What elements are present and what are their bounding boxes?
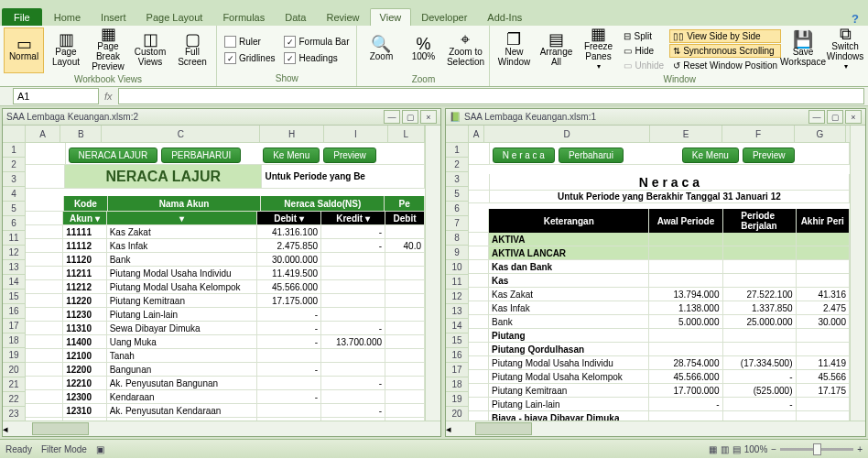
keterangan: Piutang Modal Usaha Individu: [489, 356, 650, 370]
full-screen-button[interactable]: ▢Full Screen: [172, 27, 212, 73]
split-button[interactable]: ⊟ Split: [620, 29, 667, 43]
synchronous-scrolling-button[interactable]: ⇅ Synchronous Scrolling: [669, 44, 781, 58]
save-workspace-button[interactable]: 💾Save Workspace: [783, 27, 823, 73]
unhide-button[interactable]: ▭ Unhide: [620, 59, 667, 72]
neraca-lajur-button[interactable]: NERACA LAJUR: [69, 148, 158, 163]
view-layout-icon[interactable]: ▥: [721, 444, 729, 454]
close-button[interactable]: ×: [420, 110, 437, 124]
title-neraca: N e r a c a: [490, 174, 850, 191]
kode-akun: 12100: [63, 349, 106, 363]
page-layout-button[interactable]: ▥Page Layout: [46, 27, 86, 73]
formula-bar[interactable]: [118, 88, 864, 104]
scrollbar-horizontal[interactable]: ◂: [3, 421, 440, 436]
kode-akun: 11310: [63, 322, 106, 335]
nama-akun: Piutang Modal Usaha Kelompok: [107, 280, 257, 294]
kode-akun: 11111: [63, 225, 106, 239]
tab-insert[interactable]: Insert: [91, 8, 136, 26]
arrange-all-button[interactable]: ▤Arrange All: [536, 27, 576, 73]
formula-bar-checkbox[interactable]: ✓Formula Bar: [280, 34, 353, 49]
kode-akun: 11211: [63, 267, 106, 280]
perbaharui-button[interactable]: Perbaharui: [559, 148, 624, 163]
view-normal-icon[interactable]: ▦: [709, 444, 717, 454]
nama-akun: Bank: [107, 253, 257, 267]
scrollbar-horizontal[interactable]: ◂: [446, 421, 865, 436]
minimize-button[interactable]: —: [808, 110, 825, 124]
nama-akun: Kas Zakat: [107, 225, 257, 239]
preview-button[interactable]: Preview: [743, 148, 796, 163]
workbook-window-right: 📗SAA Lembaga Keuangan.xlsm:1 —▢× 1235678…: [445, 108, 866, 437]
keterangan: Kas Infak: [489, 301, 650, 315]
tab-home[interactable]: Home: [44, 8, 91, 26]
view-side-by-side-button[interactable]: ▯▯ View Side by Side: [669, 29, 781, 43]
nama-akun: Piutang Modal Usaha Individu: [107, 267, 257, 280]
minimize-button[interactable]: —: [384, 110, 400, 124]
name-box[interactable]: A1: [13, 88, 99, 104]
keterangan: Biaya - biaya Dibayar Dimuka: [489, 411, 650, 421]
maximize-button[interactable]: ▢: [827, 110, 843, 124]
headings-checkbox[interactable]: ✓Headings: [280, 50, 353, 66]
maximize-button[interactable]: ▢: [402, 110, 418, 124]
neraca-button[interactable]: N e r a c a: [493, 148, 555, 163]
keterangan: Piutang Lain-lain: [489, 398, 650, 411]
preview-button[interactable]: Preview: [323, 148, 376, 163]
switch-windows-button[interactable]: ⧉Switch Windows▾: [825, 27, 865, 73]
view-break-icon[interactable]: ▤: [732, 444, 741, 454]
keterangan: Kas dan Bank: [489, 260, 650, 274]
status-ready: Ready: [5, 444, 32, 454]
macro-record-icon[interactable]: ▣: [96, 444, 104, 454]
gridlines-checkbox[interactable]: ✓Gridlines: [221, 50, 278, 66]
zoom-button[interactable]: 🔍Zoom: [361, 27, 401, 73]
keterangan: AKTIVA: [489, 233, 650, 246]
zoom-in-button[interactable]: +: [857, 444, 863, 454]
tab-review[interactable]: Review: [316, 8, 369, 26]
close-button[interactable]: ×: [845, 110, 862, 124]
keterangan: Bank: [489, 315, 650, 329]
tab-addins[interactable]: Add-Ins: [477, 8, 532, 26]
kode-akun: 11220: [63, 294, 106, 308]
window-title-left: SAA Lembaga Keuangan.xlsm:2: [6, 112, 138, 122]
status-bar: Ready Filter Mode ▣ ▦ ▥ ▤ 100% − +: [0, 439, 868, 458]
scrollbar-vertical[interactable]: [425, 126, 440, 421]
kode-akun: 12200: [63, 363, 106, 377]
tab-view[interactable]: View: [370, 8, 412, 26]
kode-akun: 12310: [63, 404, 106, 418]
zoom-level[interactable]: 100%: [744, 444, 768, 454]
new-window-button[interactable]: ❐New Window: [494, 27, 534, 73]
reset-window-button[interactable]: ↺ Reset Window Position: [669, 59, 781, 72]
kode-akun: 11112: [63, 239, 106, 253]
ke-menu-button[interactable]: Ke Menu: [682, 148, 739, 163]
nama-akun: Ak. Penyusutan Bangunan: [107, 377, 257, 390]
custom-views-button[interactable]: ◫Custom Views: [130, 27, 170, 73]
tab-file[interactable]: File: [2, 8, 42, 26]
nama-akun: Sewa Dibayar Dimuka: [107, 322, 257, 335]
kode-akun: 11400: [63, 335, 106, 349]
keterangan: Piutang Qordulhasan: [489, 343, 650, 356]
freeze-panes-button[interactable]: ▦Freeze Panes▾: [578, 27, 618, 73]
nama-akun: Inventaris Kantor: [107, 418, 257, 421]
keterangan: Piutang Kemitraan: [489, 384, 650, 398]
perbaharui-button[interactable]: PERBAHARUI: [161, 148, 241, 163]
fx-icon[interactable]: fx: [104, 91, 113, 102]
nama-akun: Kendaraan: [107, 390, 257, 404]
page-break-button[interactable]: ▦Page Break Preview: [88, 27, 128, 73]
tab-data[interactable]: Data: [275, 8, 316, 26]
nama-akun: Uang Muka: [107, 335, 257, 349]
ruler-checkbox[interactable]: Ruler: [221, 34, 278, 49]
nama-akun: Bangunan: [107, 363, 257, 377]
tab-developer[interactable]: Developer: [411, 8, 477, 26]
zoom-selection-button[interactable]: ⌖Zoom to Selection: [445, 27, 485, 73]
zoom-slider[interactable]: [780, 448, 853, 451]
ribbon-tabs: File Home Insert Page Layout Formulas Da…: [0, 5, 868, 26]
title-banner: NERACA LAJUR: [65, 165, 262, 189]
zoom-out-button[interactable]: −: [771, 444, 776, 454]
zoom-100-button[interactable]: %100%: [403, 27, 443, 73]
workbook-window-left: SAA Lembaga Keuangan.xlsm:2 —▢× 12345611…: [2, 108, 441, 437]
hide-button[interactable]: ▭ Hide: [620, 44, 667, 58]
scrollbar-vertical[interactable]: [850, 126, 865, 421]
normal-view-button[interactable]: ▭Normal: [4, 27, 44, 73]
ke-menu-button[interactable]: Ke Menu: [263, 148, 320, 163]
tab-formulas[interactable]: Formulas: [212, 8, 275, 26]
tab-pagelayout[interactable]: Page Layout: [136, 8, 213, 26]
help-icon[interactable]: ?: [852, 12, 859, 26]
kode-akun: 11230: [63, 308, 106, 322]
